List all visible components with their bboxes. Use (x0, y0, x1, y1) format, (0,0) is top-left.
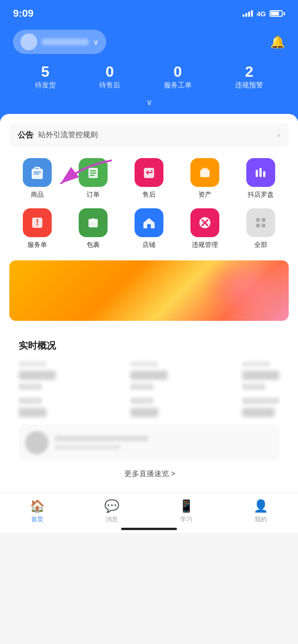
violation-label: 违规管理 (192, 241, 218, 249)
blur-subvalue-2 (130, 384, 154, 390)
nav-learn-label: 学习 (180, 515, 192, 524)
stat-violation[interactable]: 2 违规预警 (235, 64, 263, 90)
chevron-down-icon[interactable]: ∨ (93, 38, 99, 46)
nav-home-label: 首页 (31, 515, 43, 524)
stat-label-pending-after: 待售后 (99, 81, 120, 90)
orders-icon-box (79, 158, 108, 187)
menu-item-service[interactable]: ! 服务单 (9, 208, 65, 249)
all-label: 全部 (254, 241, 267, 249)
svg-rect-7 (90, 175, 95, 176)
blur-label-1 (19, 361, 47, 367)
menu-item-orders[interactable]: 订单 (65, 158, 121, 199)
menu-item-goods[interactable]: 商品 (9, 158, 65, 199)
svg-rect-25 (262, 218, 265, 222)
live-preview-bar[interactable] (19, 425, 279, 461)
blur-value-1 (19, 371, 56, 380)
compass-icon-box (246, 158, 275, 187)
svg-rect-19 (91, 218, 95, 220)
notice-bar[interactable]: 公告 站外引流管控规则 › (9, 123, 289, 147)
stats-row: 5 待发货 0 待售后 0 服务工单 2 违规预警 (13, 64, 285, 90)
expand-chevron[interactable]: ∨ (13, 97, 285, 107)
blur-value-5 (130, 408, 158, 417)
blur-label-2 (130, 361, 158, 367)
svg-rect-24 (256, 218, 260, 222)
blur-subvalue-1 (19, 384, 42, 390)
status-time: 9:09 (13, 7, 34, 20)
blur-label-3 (242, 361, 270, 367)
store-icon-box (135, 208, 163, 237)
nav-home[interactable]: 🏠 首页 (30, 499, 45, 524)
learn-icon: 📱 (179, 499, 194, 513)
realtime-row-2 (19, 398, 279, 417)
banner[interactable] (9, 260, 289, 321)
blur-subvalue-5 (130, 398, 154, 404)
parcel-label: 包裹 (87, 241, 100, 249)
menu-item-all[interactable]: 全部 (233, 208, 289, 249)
blur-subvalue-6 (242, 398, 279, 404)
store-selector[interactable]: ∨ (13, 30, 106, 54)
stat-number-service: 0 (174, 64, 182, 79)
menu-item-aftersale[interactable]: ↩ 售后 (121, 158, 177, 199)
main-card: 公告 站外引流管控规则 › 商品 (0, 114, 298, 493)
menu-item-violation[interactable]: 违规管理 (177, 208, 233, 249)
status-icons: 4G (243, 10, 285, 18)
svg-rect-12 (256, 170, 258, 177)
stat-service-order[interactable]: 0 服务工单 (164, 64, 192, 90)
battery-icon (270, 10, 285, 17)
aftersale-icon-box: ↩ (135, 158, 163, 187)
nav-mine-label: 我的 (255, 515, 267, 524)
svg-rect-2 (34, 172, 41, 173)
svg-rect-5 (90, 170, 96, 172)
store-label: 店铺 (142, 241, 156, 249)
bottom-nav: 🏠 首页 💬 消息 📱 学习 👤 我的 (0, 493, 298, 533)
mine-icon: 👤 (253, 499, 268, 513)
all-icon-box (246, 208, 275, 237)
realtime-row-1 (19, 361, 279, 390)
blur-stat-1 (19, 361, 56, 390)
nav-message[interactable]: 💬 消息 (104, 499, 119, 524)
nav-mine[interactable]: 👤 我的 (253, 499, 268, 524)
orders-label: 订单 (87, 191, 100, 199)
live-subtitle (55, 445, 120, 450)
blur-stat-4 (19, 398, 47, 417)
aftersale-label: 售后 (142, 191, 156, 199)
bell-icon[interactable]: 🔔 (270, 35, 285, 49)
realtime-section: 实时概况 (9, 330, 289, 493)
menu-item-store[interactable]: 店铺 (121, 208, 177, 249)
goods-icon-box (23, 158, 52, 187)
violation-icon-box (190, 208, 219, 237)
header-top: ∨ 🔔 (13, 30, 285, 54)
stat-pending-ship[interactable]: 5 待发货 (35, 64, 56, 90)
stat-number-pending-after: 0 (106, 64, 114, 79)
blur-stat-6 (242, 398, 279, 417)
notice-label: 公告 (18, 130, 34, 140)
svg-rect-6 (90, 173, 96, 174)
assets-label: 资产 (198, 191, 211, 199)
menu-item-parcel[interactable]: 包裹 (65, 208, 121, 249)
blur-stat-3 (242, 361, 279, 390)
notice-arrow-icon: › (278, 130, 280, 140)
stat-number-violation: 2 (245, 64, 253, 79)
stat-label-service: 服务工单 (164, 81, 192, 90)
live-info (55, 436, 273, 450)
svg-rect-13 (259, 168, 262, 177)
live-title (55, 436, 148, 441)
blur-subvalue-3 (242, 384, 265, 390)
nav-learn[interactable]: 📱 学习 (179, 499, 194, 524)
svg-rect-14 (263, 171, 265, 177)
stat-number-pending-ship: 5 (41, 64, 49, 79)
svg-rect-27 (262, 224, 265, 227)
signal-icon (243, 10, 253, 17)
svg-rect-11 (202, 168, 208, 171)
menu-item-compass[interactable]: 抖店罗盘 (233, 158, 289, 199)
blur-value-2 (130, 371, 168, 380)
stat-label-violation: 违规预警 (235, 81, 263, 90)
header: ∨ 🔔 5 待发货 0 待售后 0 服务工单 2 违规预警 ∨ (0, 25, 298, 121)
blur-subvalue-4 (19, 398, 42, 404)
more-live-button[interactable]: 更多直播速览> (19, 461, 279, 484)
svg-text:!: ! (36, 217, 39, 227)
stat-pending-after[interactable]: 0 待售后 (99, 64, 120, 90)
store-avatar (20, 33, 37, 50)
menu-item-assets[interactable]: 资产 (177, 158, 233, 199)
home-icon: 🏠 (30, 499, 45, 513)
